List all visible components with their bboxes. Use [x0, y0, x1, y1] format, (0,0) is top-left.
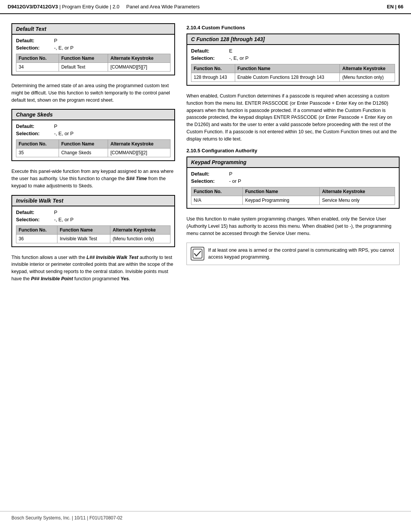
kp-table: Function No. Function Name Alternate Key… [191, 187, 395, 205]
cf-col3: Alternate Keystroke [340, 64, 395, 73]
keypad-programming-section: Keypad Programming Default: P Selection:… [186, 157, 400, 209]
kp-selection-val: - or P [229, 178, 241, 184]
invisible-walk-test-content: Default: P Selection: -, E, or P Functio… [12, 206, 174, 246]
change-skeds-selection-row: Selection: -, E, or P [16, 131, 170, 136]
header-title: D9412GV3/D7412GV3 | Program Entry Guide … [8, 4, 200, 10]
change-skeds-section: Change Skeds Default: P Selection: -, E,… [11, 109, 175, 161]
footer-company: Bosch Security Systems, Inc. [11, 515, 70, 521]
guide-name: Program Entry Guide [62, 4, 108, 10]
cf-selection-label: Selection: [191, 55, 225, 61]
cs-col3: Alternate Keystroke [108, 140, 170, 149]
invisible-walk-test-title: Invisible Walk Test [12, 196, 174, 206]
main-content: Default Text Default: P Selection: -, E,… [0, 14, 411, 297]
default-text-selection-row: Selection: -, E, or P [16, 45, 170, 51]
cs-default-val: P [54, 123, 57, 129]
cf-row-name: Enable Custom Functions 128 through 143 [235, 73, 340, 82]
iwt-bold2: P## Invisible Point [31, 276, 73, 281]
left-column: Default Text Default: P Selection: -, E,… [11, 23, 175, 288]
iwt-bold1: L## Invisible Walk Test [86, 255, 138, 260]
header-lang: EN [387, 4, 394, 10]
row-no: 34 [16, 63, 59, 72]
change-skeds-table: Function No. Function Name Alternate Key… [16, 139, 170, 157]
header-separator: | [59, 4, 62, 10]
cs-col2: Function Name [59, 140, 108, 149]
cf-col1: Function No. [191, 64, 235, 73]
c-function-section: C Function 128 [through 143] Default: E … [186, 34, 400, 86]
default-text-table: Function No. Function Name Alternate Key… [16, 54, 170, 72]
header-page-num: 66 [398, 4, 403, 10]
default-text-title: Default Text [12, 24, 174, 35]
kp-row-no: N/A [191, 196, 243, 205]
checkmark-icon [192, 248, 203, 259]
iwt-selection-val: -, E, or P [54, 217, 73, 222]
iwt-row-no: 36 [16, 234, 57, 243]
cf-selection-row: Selection: -, E, or P [191, 55, 395, 61]
change-skeds-default-row: Default: P [16, 123, 170, 129]
iwt-default-val: P [54, 209, 57, 215]
default-text-default-val: P [54, 38, 57, 43]
change-skeds-content: Default: P Selection: -, E, or P Functio… [12, 120, 174, 160]
custom-functions-heading: 2.10.4 Custom Functions [186, 25, 400, 30]
table-row: 34 Default Text [COMMAND][5][7] [16, 63, 170, 72]
cs-row-name: Change Skeds [59, 149, 108, 157]
col-function-no: Function No. [16, 54, 59, 63]
selection-label: Selection: [16, 45, 50, 51]
change-skeds-title: Change Skeds [12, 110, 174, 120]
kp-col3: Alternate Keystroke [320, 187, 395, 196]
iwt-selection-label: Selection: [16, 217, 50, 222]
note-box: If at least one area is armed or the con… [186, 243, 400, 265]
iwt-row-name: Invisible Walk Test [57, 234, 110, 243]
default-text-section: Default Text Default: P Selection: -, E,… [11, 23, 175, 75]
c-function-content: Default: E Selection: -, E, or P Functio… [187, 45, 399, 85]
iwt-selection-row: Selection: -, E, or P [16, 217, 170, 222]
cf-table: Function No. Function Name Alternate Key… [191, 64, 395, 82]
table-row: 35 Change Skeds [COMMAND][5][2] [16, 149, 170, 157]
header-version: | [110, 4, 113, 10]
cf-row-keystroke: (Menu function only) [340, 73, 395, 82]
row-keystroke: [COMMAND][5][7] [108, 63, 170, 72]
cf-default-row: Default: E [191, 48, 395, 54]
header-section: Panel and Area Wide Parameters [126, 4, 200, 10]
cs-row-keystroke: [COMMAND][5][2] [108, 149, 170, 157]
table-row: 36 Invisible Walk Test (Menu function on… [16, 234, 170, 243]
default-text-content: Default: P Selection: -, E, or P Functio… [12, 35, 174, 75]
cf-default-val: E [229, 48, 233, 54]
note-text: If at least one area is armed or the con… [208, 247, 395, 261]
iwt-col3: Alternate Keystroke [110, 225, 170, 234]
kp-default-row: Default: P [191, 171, 395, 177]
kp-selection-row: Selection: - or P [191, 178, 395, 184]
stime-bold: S## Time [126, 176, 147, 181]
cf-col2: Function Name [235, 64, 340, 73]
cf-selection-val: -, E, or P [229, 55, 249, 61]
col-function-name: Function Name [59, 54, 108, 63]
page-footer: Bosch Security Systems, Inc. | 10/11 | F… [0, 511, 411, 521]
keypad-programming-content: Default: P Selection: - or P Function No… [187, 168, 399, 208]
kp-selection-label: Selection: [191, 178, 225, 184]
iwt-table: Function No. Function Name Alternate Key… [16, 225, 170, 243]
row-name: Default Text [59, 63, 108, 72]
footer-date: 10/11 [74, 515, 86, 521]
cs-selection-label: Selection: [16, 131, 50, 136]
header-page: EN | 66 [387, 4, 403, 10]
iwt-col2: Function Name [57, 225, 110, 234]
stime-italic: S## Time [126, 176, 147, 181]
cf-default-label: Default: [191, 48, 225, 54]
kp-row-name: Keypad Programming [243, 196, 320, 205]
default-label: Default: [16, 38, 50, 43]
iwt-bold3: Yes [121, 276, 129, 281]
cf-row-no: 128 through 143 [191, 73, 235, 82]
right-column: 2.10.4 Custom Functions C Function 128 [… [186, 23, 400, 288]
table-row: N/A Keypad Programming Service Menu only [191, 196, 395, 205]
iwt-default-row: Default: P [16, 209, 170, 215]
iwt-row-keystroke: (Menu function only) [110, 234, 170, 243]
page-header: D9412GV3/D7412GV3 | Program Entry Guide … [0, 0, 411, 14]
config-authority-heading: 2.10.5 Configuration Authority [186, 148, 400, 153]
kp-col1: Function No. [191, 187, 243, 196]
kp-col2: Function Name [243, 187, 320, 196]
cs-default-label: Default: [16, 123, 50, 129]
kp-default-label: Default: [191, 171, 225, 177]
default-text-selection-val: -, E, or P [54, 45, 73, 51]
note-icon [191, 247, 204, 260]
col-alternate-keystroke: Alternate Keystroke [108, 54, 170, 63]
iwt-default-label: Default: [16, 209, 50, 215]
